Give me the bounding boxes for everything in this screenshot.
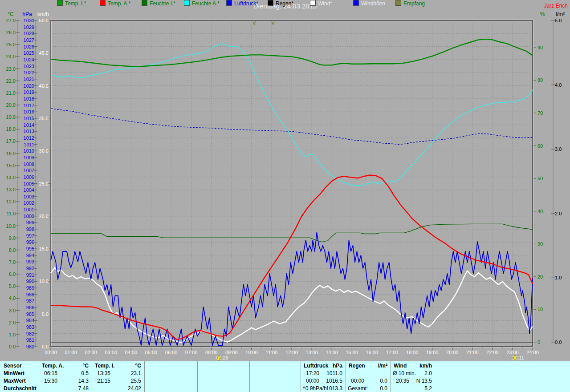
pressure-axis-tick-label: 1026 (20, 44, 34, 49)
pressure-axis-tick-label: 985 (20, 312, 34, 317)
pressure-axis-tick-label: 1020 (20, 84, 34, 89)
temp-axis-tick-label: 15.0 (2, 163, 16, 168)
pressure-axis-tick-label: 1007 (20, 168, 34, 173)
humidity-axis-tick-label: 40 (537, 209, 549, 214)
temp-axis-tick-label: 13.0 (2, 187, 16, 192)
moonrise-icon (216, 355, 222, 361)
humidity-axis-tick-label: 60 (537, 144, 549, 149)
pressure-axis-tick-label: 1015 (20, 116, 34, 121)
temp-axis-tick-label: 26.0 (2, 30, 16, 35)
weather-chart-window: Dienstag, 24.03.2015 Jarz Erich °C hPa k… (0, 0, 570, 392)
pressure-axis-tick-label: 1000 (20, 214, 34, 219)
rain-axis-tick-label: 4.0 (555, 83, 568, 88)
pressure-axis-tick-label: 1027 (20, 38, 34, 43)
table-cell-value: 7.48 (42, 386, 89, 392)
pressure-axis-tick-label: 1010 (20, 149, 34, 154)
time-axis-tick-label: 14:00 (323, 350, 341, 355)
pressure-axis-tick-label: 1006 (20, 175, 34, 180)
temp-axis-tick-label: 21.0 (2, 91, 16, 96)
rain-axis-tick-label: 5.0 (555, 18, 568, 23)
table-section-unit: km/h (394, 363, 432, 369)
temp-axis-tick-label: 11.0 (2, 211, 16, 216)
temp-axis-tick-label: 12.0 (2, 199, 16, 204)
temp-axis-tick-label: 4.0 (2, 296, 16, 301)
temp-axis-tick-label: 14.0 (2, 175, 16, 180)
temp-axis-tick-label: 18.0 (2, 127, 16, 132)
table-divider (391, 361, 391, 392)
time-axis-tick-label: 04:00 (122, 350, 140, 355)
pressure-axis-tick-label: 1016 (20, 109, 34, 114)
table-divider (301, 361, 301, 392)
table-cell-value: 14.3 (42, 378, 89, 384)
humidity-axis-tick-label: 50 (537, 176, 549, 181)
temp-axis-tick-label: 5.0 (2, 284, 16, 289)
time-axis-tick-label: 19:00 (423, 350, 441, 355)
pressure-axis-tick-label: 987 (20, 299, 34, 303)
pressure-axis-tick-label: 1008 (20, 162, 34, 167)
rain-axis-tick-label: 0.0 (555, 340, 568, 345)
time-axis-tick-label: 20:00 (444, 350, 461, 355)
pressure-axis-tick-label: 1014 (20, 123, 34, 128)
pressure-axis-tick-label: 1019 (20, 90, 34, 95)
temp-axis-tick-label: 17.0 (2, 139, 16, 144)
time-axis-tick-label: 03:00 (102, 350, 120, 355)
rain-axis-tick-label: 2.0 (555, 211, 568, 216)
rain-axis-tick-label: 3.0 (555, 147, 568, 152)
humidity-axis-tick-label: 30 (537, 242, 549, 247)
time-axis-tick-label: 12:00 (283, 350, 301, 355)
plot-area[interactable] (51, 20, 533, 347)
pressure-axis-tick-label: 1017 (20, 103, 34, 108)
wind-axis-tick-label: 15.0 (35, 247, 49, 251)
pressure-axis-tick-label: 984 (20, 318, 34, 323)
pressure-axis-tick-label: 992 (20, 266, 34, 271)
time-axis-tick-label: 11:00 (263, 350, 281, 355)
table-divider (144, 361, 145, 392)
temp-axis-tick-label: 9.0 (2, 236, 16, 241)
table-cell-value: N 13.5 (394, 378, 432, 384)
time-axis-tick-label: 17:00 (383, 350, 401, 355)
table-cell-value: 25.5 (95, 378, 141, 384)
time-marker-morning: 08:26 (216, 355, 228, 360)
pressure-axis-tick-label: 1003 (20, 194, 34, 199)
pressure-axis-tick-label: 991 (20, 273, 34, 278)
table-divider (346, 361, 346, 392)
pressure-axis-tick-label: 1023 (20, 64, 34, 69)
time-axis-tick-label: 23:00 (504, 350, 521, 355)
table-section-unit: l/m² (349, 363, 387, 369)
table-divider (197, 361, 198, 392)
temp-axis-tick-label: 2.0 (2, 320, 16, 325)
humidity-axis-tick-label: 80 (537, 78, 549, 83)
temp-axis-tick-label: 1.0 (2, 332, 16, 337)
moonset-icon (512, 355, 518, 361)
temp-axis-tick-label: 27.0 (2, 18, 16, 23)
temp-axis-tick-label: 6.0 (2, 272, 16, 277)
pressure-axis-tick-label: 983 (20, 325, 34, 330)
pressure-axis-tick-label: 1021 (20, 77, 34, 82)
table-row-header: Durchschnitt (4, 386, 37, 392)
humidity-axis-tick-label: 90 (537, 45, 549, 50)
table-cell-value: 0.5 (42, 371, 89, 376)
temp-axis-tick-label: 24.0 (2, 54, 16, 59)
pressure-axis-tick-label: 980 (20, 344, 34, 349)
time-axis-tick-label: 09:00 (223, 350, 240, 355)
time-axis-tick-label: 16:00 (363, 350, 381, 355)
pressure-axis-tick-label: 982 (20, 331, 34, 336)
time-marker-evening: 23:11 (512, 355, 524, 360)
pressure-axis-tick-label: 1030 (20, 18, 34, 23)
pressure-axis-tick-label: 1004 (20, 188, 34, 193)
time-axis-tick-label: 08:00 (203, 350, 220, 355)
time-axis-tick-label: 24:00 (524, 350, 542, 355)
wind-axis-tick-label: 30.0 (35, 149, 49, 154)
table-row-header: MaxWert (4, 378, 26, 384)
time-axis-tick-label: 05:00 (142, 350, 160, 355)
pressure-axis-tick-label: 1011 (20, 142, 34, 147)
wind-axis-tick-label: 10.0 (35, 279, 49, 284)
pressure-axis-tick-label: 1018 (20, 97, 34, 101)
time-axis-tick-label: 18:00 (403, 350, 421, 355)
table-divider (92, 361, 92, 392)
temp-axis-tick-label: 16.0 (2, 151, 16, 156)
temp-axis-tick-label: 25.0 (2, 42, 16, 47)
time-axis-tick-label: 15:00 (343, 350, 361, 355)
wind-axis-tick-label: 50.0 (35, 18, 49, 23)
table-cell-value: 0.0 (349, 386, 387, 392)
